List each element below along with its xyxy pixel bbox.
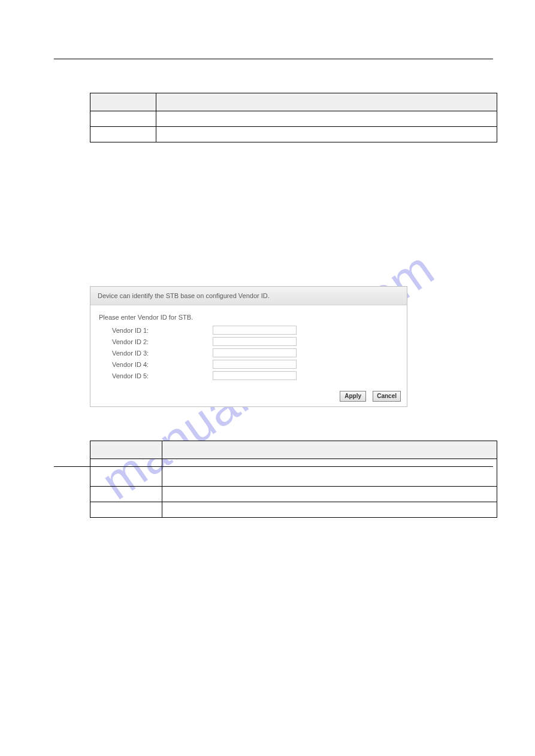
- table-1-header-a: [90, 93, 156, 111]
- table-1-header-b: [156, 93, 497, 111]
- table-2-cell: [162, 502, 497, 518]
- table-2-cell: [162, 459, 497, 487]
- vendor-id-1-label: Vendor ID 1:: [99, 327, 213, 334]
- table-2-cell: [90, 502, 162, 518]
- table-1-cell: [90, 127, 156, 142]
- cancel-button[interactable]: Cancel: [373, 391, 401, 402]
- table-2-cell: [90, 487, 162, 502]
- table-2: [90, 441, 497, 518]
- vendor-id-5-label: Vendor ID 5:: [99, 372, 213, 379]
- vendor-id-4-label: Vendor ID 4:: [99, 361, 213, 368]
- table-1-cell: [90, 111, 156, 127]
- field-row: Vendor ID 3:: [99, 348, 398, 357]
- stb-vendor-panel: Device can identify the STB base on conf…: [90, 286, 407, 407]
- vendor-id-5-input[interactable]: [213, 371, 297, 380]
- panel-header: Device can identify the STB base on conf…: [90, 287, 407, 305]
- table-2-cell: [162, 487, 497, 502]
- field-row: Vendor ID 2:: [99, 337, 398, 346]
- vendor-id-2-label: Vendor ID 2:: [99, 338, 213, 345]
- vendor-id-3-label: Vendor ID 3:: [99, 350, 213, 357]
- table-2-header-a: [90, 441, 162, 459]
- field-row: Vendor ID 5:: [99, 371, 398, 380]
- table-2-cell: [90, 459, 162, 487]
- apply-button[interactable]: Apply: [340, 391, 366, 402]
- vendor-id-1-input[interactable]: [213, 326, 297, 335]
- panel-body: Please enter Vendor ID for STB. Vendor I…: [90, 305, 407, 387]
- table-1: [90, 93, 497, 142]
- vendor-id-2-input[interactable]: [213, 337, 297, 346]
- vendor-id-4-input[interactable]: [213, 360, 297, 369]
- divider-bottom: [54, 466, 493, 467]
- panel-instruction: Please enter Vendor ID for STB.: [99, 314, 398, 321]
- field-row: Vendor ID 1:: [99, 326, 398, 335]
- vendor-id-3-input[interactable]: [213, 348, 297, 357]
- field-row: Vendor ID 4:: [99, 360, 398, 369]
- panel-footer: Apply Cancel: [90, 387, 407, 406]
- table-2-header-b: [162, 441, 497, 459]
- table-1-cell: [156, 111, 497, 127]
- table-1-cell: [156, 127, 497, 142]
- page-content: Device can identify the STB base on conf…: [0, 0, 535, 554]
